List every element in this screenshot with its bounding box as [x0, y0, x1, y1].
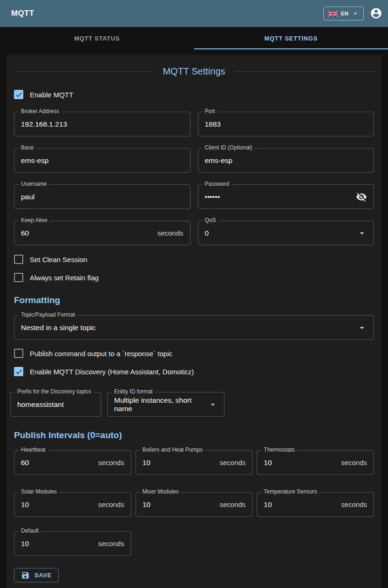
discovery-label: Enable MQTT Discovery (Home Assistant, D…: [30, 368, 194, 376]
username-value: paul: [21, 193, 184, 201]
discovery-checkbox[interactable]: [14, 367, 23, 376]
temperature-label: Temperature Sensors: [261, 488, 320, 495]
mixer-label: Mixer Modules: [140, 488, 181, 495]
temperature-value: 10: [264, 500, 341, 509]
topic-format-select[interactable]: Topic/Payload Format Nested in a single …: [14, 315, 374, 340]
chevron-down-icon: [352, 10, 359, 17]
temperature-interval-field[interactable]: Temperature Sensors 10 seconds: [257, 492, 374, 517]
boilers-value: 10: [143, 459, 220, 467]
password-label: Password: [203, 181, 232, 187]
keep-alive-value: 60: [21, 229, 157, 237]
clean-session-checkbox[interactable]: [14, 255, 23, 264]
keep-alive-label: Keep Alive: [19, 217, 50, 223]
default-label: Default: [19, 527, 41, 534]
language-selector[interactable]: EN: [323, 7, 364, 20]
dropdown-arrow-icon: [357, 323, 367, 333]
solar-label: Solar Modules: [19, 488, 59, 495]
boilers-label: Boilers and Heat Pumps: [140, 446, 205, 453]
divider: [234, 71, 374, 72]
dropdown-arrow-icon: [208, 400, 218, 409]
heartbeat-unit: seconds: [98, 459, 124, 466]
tab-mqtt-status[interactable]: MQTT STATUS: [0, 27, 194, 49]
response-topic-row: Publish command output to a `response` t…: [14, 349, 374, 358]
retain-flag-label: Always set Retain flag: [30, 274, 99, 282]
retain-flag-row: Always set Retain flag: [14, 273, 374, 282]
broker-address-label: Broker Address: [19, 108, 61, 115]
mixer-unit: seconds: [219, 500, 245, 508]
username-field[interactable]: Username paul: [14, 184, 191, 209]
client-id-value: ems-esp: [205, 156, 368, 165]
page-title: MQTT: [11, 9, 323, 18]
broker-address-field[interactable]: Broker Address 192.168.1.213: [14, 112, 191, 136]
visibility-off-icon: [356, 191, 367, 203]
clean-session-label: Set Clean Session: [30, 256, 87, 264]
password-field[interactable]: Password ••••••: [198, 184, 374, 209]
discovery-row: Enable MQTT Discovery (Home Assistant, D…: [14, 367, 374, 376]
default-value: 10: [21, 540, 98, 548]
uk-flag-icon: [328, 11, 338, 17]
topic-format-value: Nested in a single topic: [21, 324, 354, 332]
entity-id-format-select[interactable]: Entity ID format Multiple instances, sho…: [107, 392, 225, 417]
heartbeat-label: Heartbeat: [19, 446, 48, 453]
solar-value: 10: [21, 500, 98, 509]
response-topic-label: Publish command output to a `response` t…: [30, 350, 172, 358]
temperature-unit: seconds: [341, 500, 367, 508]
dropdown-arrow-icon: [357, 228, 367, 238]
mixer-value: 10: [143, 500, 220, 509]
discovery-prefix-label: Prefix for the Discovery topics: [15, 388, 94, 395]
thermostats-value: 10: [264, 459, 341, 467]
check-icon: [15, 91, 23, 99]
solar-interval-field[interactable]: Solar Modules 10 seconds: [14, 492, 131, 517]
thermostats-interval-field[interactable]: Thermostats 10 seconds: [257, 450, 374, 475]
broker-address-value: 192.168.1.213: [21, 120, 184, 128]
port-value: 1883: [205, 120, 368, 128]
discovery-prefix-field[interactable]: Prefix for the Discovery topics homeassi…: [10, 392, 101, 417]
save-button-label: SAVE: [34, 572, 52, 579]
password-value: ••••••: [205, 193, 353, 201]
default-unit: seconds: [98, 540, 124, 547]
thermostats-label: Thermostats: [261, 446, 297, 453]
tab-bar: MQTT STATUS MQTT SETTINGS: [0, 27, 388, 49]
port-label: Port: [203, 108, 218, 115]
boilers-unit: seconds: [219, 459, 245, 466]
appbar: MQTT EN: [0, 0, 388, 27]
check-icon: [15, 368, 23, 376]
base-value: ems-esp: [21, 156, 184, 165]
account-button[interactable]: [369, 7, 382, 20]
intervals-heading: Publish Intervals (0=auto): [14, 430, 374, 440]
keep-alive-field[interactable]: Keep Alive 60 seconds: [14, 221, 191, 245]
settings-title: MQTT Settings: [154, 66, 233, 77]
topic-format-label: Topic/Payload Format: [19, 311, 77, 318]
enable-mqtt-label: Enable MQTT: [30, 91, 73, 99]
qos-label: QoS: [203, 217, 218, 223]
toggle-password-visibility-button[interactable]: [356, 191, 367, 203]
enable-mqtt-checkbox[interactable]: [14, 90, 23, 99]
base-label: Base: [19, 144, 36, 151]
tab-mqtt-settings[interactable]: MQTT SETTINGS: [194, 27, 388, 49]
client-id-field[interactable]: Client ID (Optional) ems-esp: [198, 148, 374, 173]
qos-select[interactable]: QoS 0: [198, 221, 374, 245]
response-topic-checkbox[interactable]: [14, 349, 23, 358]
default-interval-field[interactable]: Default 10 seconds: [14, 531, 131, 556]
formatting-heading: Formatting: [14, 295, 374, 305]
save-icon: [21, 571, 30, 580]
language-code: EN: [341, 11, 348, 16]
account-circle-icon: [370, 7, 382, 20]
entity-id-format-label: Entity ID format: [112, 388, 155, 395]
enable-mqtt-row: Enable MQTT: [14, 90, 374, 99]
mixer-interval-field[interactable]: Mixer Modules 10 seconds: [136, 492, 253, 517]
retain-flag-checkbox[interactable]: [14, 273, 23, 282]
qos-value: 0: [205, 229, 354, 237]
solar-unit: seconds: [98, 500, 124, 508]
divider: [14, 71, 154, 72]
heartbeat-interval-field[interactable]: Heartbeat 60 seconds: [14, 450, 131, 475]
discovery-prefix-value: homeassistant: [17, 400, 94, 409]
port-field[interactable]: Port 1883: [198, 112, 374, 136]
save-button[interactable]: SAVE: [14, 568, 59, 582]
thermostats-unit: seconds: [341, 459, 367, 466]
heartbeat-value: 60: [21, 459, 98, 467]
keep-alive-unit: seconds: [157, 229, 184, 237]
boilers-interval-field[interactable]: Boilers and Heat Pumps 10 seconds: [136, 450, 253, 475]
settings-card: MQTT Settings Enable MQTT Broker Address…: [7, 55, 381, 588]
base-field[interactable]: Base ems-esp: [14, 148, 191, 173]
